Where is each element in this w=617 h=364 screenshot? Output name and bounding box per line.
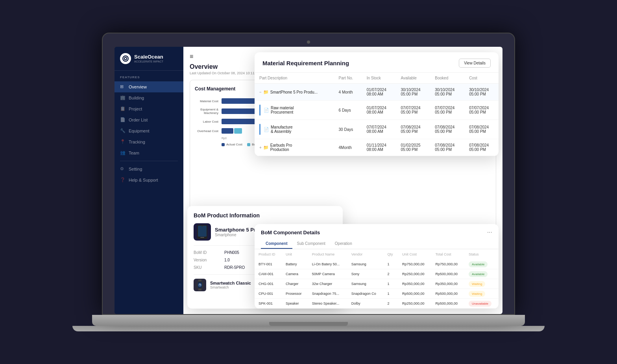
comp-product-name: 50MP Camera <box>308 269 347 279</box>
legend-actual: Actual Cost <box>222 143 242 146</box>
mrp-table-header: Part Description Part No. In Stock Avail… <box>255 73 499 84</box>
sidebar-logo: ScaleOcean ACCELERATE IMPACT <box>115 53 183 71</box>
product-image <box>194 223 211 241</box>
tracking-icon: 📍 <box>120 139 126 145</box>
col-cost: Cost <box>464 73 499 84</box>
blue-bar-1 <box>259 105 260 116</box>
laptop-base <box>92 315 525 326</box>
comp-total-cost: Rp500,000,00 <box>432 289 465 299</box>
mrp-title: Material Requirement Planning <box>262 60 349 66</box>
col-available: Available <box>396 73 430 84</box>
comp-product-name: Snapdragon 75... <box>308 289 347 299</box>
table-row: SPK-001 Speaker Stereo Speaker... Dolby … <box>255 299 499 309</box>
comp-unit-cost: Rp350,000,00 <box>398 279 432 289</box>
comp-product-id: SPK-001 <box>255 299 282 309</box>
comp-product-id: CAM-001 <box>255 269 282 279</box>
logo-sub: ACCELERATE IMPACT <box>134 60 163 63</box>
comp-product-id: BTY-001 <box>255 259 282 269</box>
blue-bar-2 <box>259 124 260 135</box>
legend-dot-actual <box>222 143 225 146</box>
doc-icon-1: 📄 <box>264 108 269 113</box>
main-area: ≡ Overview Last Updated On October 08, 2… <box>183 47 502 314</box>
chart-label-equipment: Equipment & Machinery <box>195 108 218 115</box>
collapse-icon[interactable]: − <box>259 90 262 94</box>
mrp-header: Material Requirement Planning View Detai… <box>255 52 499 73</box>
tab-operation[interactable]: Operation <box>330 239 357 249</box>
sidebar-item-project[interactable]: 📋 Project <box>115 103 183 114</box>
mrp-available-3: 01/02/202505:00 PM <box>396 139 430 156</box>
sidebar-item-setting[interactable]: ⚙ Setting <box>115 164 183 175</box>
mrp-in-stock-3: 01/11/202408:00 AM <box>362 139 396 156</box>
chart-label-labor: Labor Cost <box>195 120 218 123</box>
col-product-id: Product ID <box>255 249 282 259</box>
comp-unit-cost: Rp500,000,00 <box>398 289 432 299</box>
sidebar-item-equipment[interactable]: 🔧 Equipment <box>115 125 183 136</box>
status-badge: Available <box>469 271 488 277</box>
svg-point-2 <box>125 58 126 59</box>
sidebar-label-team: Team <box>129 151 139 155</box>
mrp-available-0: 30/10/202405:00 PM <box>396 84 430 101</box>
comp-vendor: Sony <box>347 269 384 279</box>
laptop-camera <box>307 40 310 44</box>
tab-sub-component[interactable]: Sub Component <box>292 239 330 249</box>
sidebar-item-order-list[interactable]: 📄 Order List <box>115 114 183 125</box>
sidebar-item-building[interactable]: 🏢 Building <box>115 92 183 103</box>
laptop-screen-frame: ScaleOcean ACCELERATE IMPACT FEATURES ⊞ … <box>102 33 515 315</box>
comp-qty: 1 <box>383 289 398 299</box>
mrp-part-no-3: 4Month <box>334 139 362 156</box>
comp-qty: 1 <box>383 259 398 269</box>
order-icon: 📄 <box>120 117 126 123</box>
sidebar-item-team[interactable]: 👥 Team <box>115 147 183 158</box>
version-label: Version <box>194 258 221 262</box>
comp-total-cost: Rp350,000,00 <box>432 279 465 289</box>
mrp-part-desc-2: 📄 Manufacture& Assembly <box>255 120 334 139</box>
smartwatch-image <box>194 279 206 291</box>
col-booked: Booked <box>430 73 464 84</box>
comp-table-header: Product ID Unit Product Name Vendor Qty … <box>255 249 499 259</box>
comp-product-name: Li-On Batery 50... <box>308 259 347 269</box>
bar-budget-overhead <box>234 128 242 134</box>
bom-comp-title: BoM Component Details <box>261 230 320 235</box>
comp-qty: 2 <box>383 299 398 309</box>
comp-total-cost: Rp500,000,00 <box>432 299 465 309</box>
comp-unit-cost: Rp250,000,00 <box>398 269 432 279</box>
sidebar-item-help[interactable]: ❓ Help & Support <box>115 175 183 186</box>
building-icon: 🏢 <box>120 95 126 101</box>
sidebar-label-help: Help & Support <box>129 178 158 182</box>
sku-label: SKU <box>194 265 221 270</box>
mrp-card: Material Requirement Planning View Detai… <box>255 52 499 156</box>
sidebar-item-overview[interactable]: ⊞ Overview <box>115 81 183 92</box>
sidebar-label-project: Project <box>129 107 142 111</box>
table-row: BTY-001 Battery Li-On Batery 50... Samsu… <box>255 259 499 269</box>
sku-value: RDR-5PRO <box>224 265 245 270</box>
col-unit-cost: Unit Cost <box>398 249 432 259</box>
col-unit: Unit <box>282 249 308 259</box>
sidebar-item-tracking[interactable]: 📍 Tracking <box>115 136 183 147</box>
expand-icon-3[interactable]: + <box>259 145 262 150</box>
comp-unit-cost: Rp250,000,00 <box>398 299 432 309</box>
comp-vendor: Snapdragon Co <box>347 289 384 299</box>
comp-unit-cost: Rp750,000,00 <box>398 259 432 269</box>
sidebar-label-building: Building <box>129 96 144 100</box>
bom-comp-tabs: Component Sub Component Operation <box>255 239 499 249</box>
laptop-wrapper: ScaleOcean ACCELERATE IMPACT FEATURES ⊞ … <box>92 33 525 331</box>
svg-rect-9 <box>198 279 201 281</box>
mrp-part-desc-3: + 📁 Earbuds ProProduction <box>255 139 334 156</box>
comp-qty: 2 <box>383 269 398 279</box>
equipment-icon: 🔧 <box>120 128 126 134</box>
comp-total-cost: Rp750,000,00 <box>432 259 465 269</box>
mrp-in-stock-1: 01/07/202408:00 AM <box>362 101 396 120</box>
dots-menu-icon[interactable]: ··· <box>487 229 492 236</box>
sidebar-label-equipment: Equipment <box>129 129 150 133</box>
logo-text: ScaleOcean <box>134 54 163 60</box>
status-badge: Available <box>469 261 488 267</box>
mrp-part-no-0: 4 Month <box>334 84 362 101</box>
comp-vendor: Samsung <box>347 279 384 289</box>
mrp-booked-3: 07/08/202405:00 PM <box>430 139 464 156</box>
view-details-button[interactable]: View Details <box>459 59 491 68</box>
mrp-booked-0: 30/10/202405:00 PM <box>430 84 464 101</box>
tab-component[interactable]: Component <box>261 239 292 249</box>
table-row: + 📁 Earbuds ProProduction 4Month <box>255 139 499 156</box>
comp-unit: Prosessor <box>282 289 308 299</box>
comp-status: Unavailable <box>465 299 499 309</box>
